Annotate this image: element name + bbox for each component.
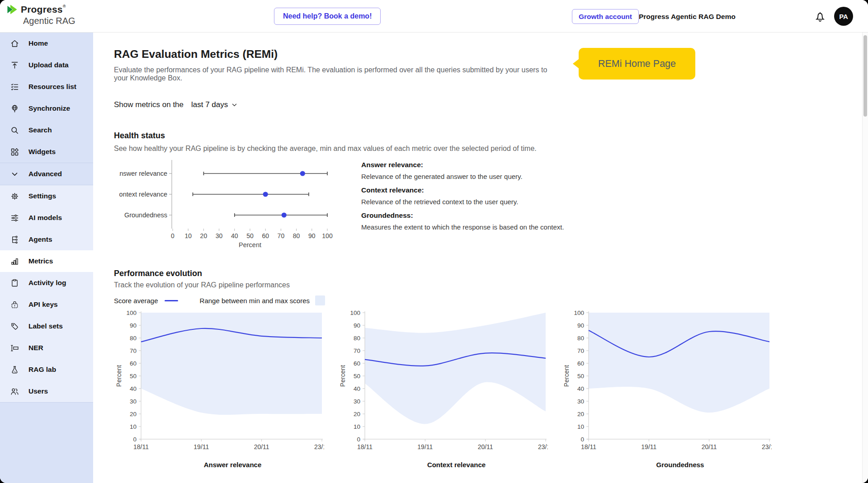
- svg-text:23/11: 23/11: [762, 443, 772, 450]
- chevron-down-icon: [231, 102, 238, 108]
- health-status-chart: Answer relevanceContext relevanceGrounde…: [119, 156, 336, 255]
- health-status-description: See how healthy your RAG pipeline is by …: [114, 145, 868, 153]
- svg-text:30: 30: [354, 398, 360, 405]
- sidebar-item-label: Upload data: [28, 61, 69, 69]
- svg-text:80: 80: [293, 232, 300, 239]
- sidebar-item-synchronize[interactable]: Synchronize: [0, 98, 93, 119]
- svg-text:10: 10: [130, 423, 137, 430]
- upload-icon: [10, 61, 19, 70]
- legend-line-swatch: [165, 300, 178, 301]
- chevron-down-icon: [10, 169, 19, 179]
- svg-text:100: 100: [322, 232, 333, 239]
- progress-logo: Progress® Agentic RAG: [6, 4, 75, 26]
- sidebar-filler: [0, 402, 93, 483]
- synchronize-icon: [10, 104, 19, 113]
- sidebar-item-advanced[interactable]: Advanced: [0, 163, 93, 185]
- svg-text:0: 0: [133, 436, 137, 443]
- scrollbar-thumb[interactable]: [863, 35, 867, 117]
- evolution-charts-row: 010203040506070809010018/1119/1120/1123/…: [114, 308, 868, 469]
- svg-text:90: 90: [130, 322, 137, 329]
- sidebar-item-home[interactable]: Home: [0, 33, 93, 54]
- registered-mark: ®: [63, 4, 66, 9]
- svg-text:18/11: 18/11: [357, 443, 373, 450]
- sidebar-item-ai-models[interactable]: AI models: [0, 207, 93, 229]
- sidebar-item-rag-lab[interactable]: RAG lab: [0, 359, 93, 380]
- sidebar-item-label-sets[interactable]: Label sets: [0, 315, 93, 337]
- sidebar-item-resources-list[interactable]: Resources list: [0, 76, 93, 98]
- sidebar-item-ner[interactable]: NER: [0, 337, 93, 359]
- ai-models-icon: [10, 213, 19, 223]
- period-value: last 7 days: [191, 100, 228, 109]
- legend-line-label: Score average: [114, 297, 158, 305]
- svg-text:60: 60: [577, 360, 584, 367]
- definition-context-relevance: Context relevance: Relevance of the retr…: [361, 186, 564, 206]
- svg-text:18/11: 18/11: [133, 443, 149, 450]
- svg-text:40: 40: [577, 385, 584, 392]
- home-icon: [10, 39, 19, 48]
- sidebar-item-metrics[interactable]: Metrics: [0, 250, 93, 272]
- svg-text:23/11: 23/11: [314, 443, 324, 450]
- sidebar-item-label: Settings: [28, 192, 56, 200]
- legend-band-swatch: [315, 295, 325, 305]
- notifications-bell-icon[interactable]: [813, 9, 827, 23]
- health-status-title: Health status: [114, 131, 868, 141]
- sidebar-item-label: Metrics: [28, 257, 53, 265]
- svg-text:40: 40: [130, 385, 137, 392]
- sidebar-item-activity-log[interactable]: Activity log: [0, 272, 93, 294]
- sidebar-item-label: Synchronize: [28, 104, 70, 113]
- svg-text:50: 50: [246, 232, 254, 239]
- svg-text:70: 70: [278, 232, 285, 239]
- remi-home-page-label: REMi Home Page: [598, 58, 676, 70]
- svg-text:70: 70: [130, 347, 137, 354]
- definition-term: Answer relevance:: [361, 161, 564, 169]
- account-name: Progress Agentic RAG Demo: [639, 13, 736, 21]
- svg-text:Percent: Percent: [239, 241, 261, 249]
- sidebar-item-upload-data[interactable]: Upload data: [0, 54, 93, 76]
- agents-icon: [10, 235, 19, 244]
- sidebar-item-label: Advanced: [28, 170, 62, 178]
- metric-definitions: Answer relevance: Relevance of the gener…: [361, 161, 564, 237]
- widgets-icon: [10, 147, 19, 157]
- progress-logo-icon: [6, 4, 18, 15]
- svg-text:10: 10: [354, 423, 360, 430]
- answer-relevance-chart: 010203040506070809010018/1119/1120/1123/…: [114, 308, 324, 455]
- svg-text:70: 70: [354, 347, 360, 354]
- book-demo-button[interactable]: Need help? Book a demo!: [274, 8, 381, 25]
- page-title: RAG Evaluation Metrics (REMi): [114, 48, 868, 61]
- user-avatar[interactable]: PA: [834, 7, 853, 26]
- svg-text:Percent: Percent: [339, 365, 346, 387]
- svg-text:80: 80: [130, 335, 137, 342]
- sidebar-item-api-keys[interactable]: API keys: [0, 294, 93, 315]
- growth-account-button[interactable]: Growth account: [572, 9, 639, 24]
- svg-text:60: 60: [262, 232, 269, 239]
- svg-text:100: 100: [350, 309, 360, 316]
- svg-text:Percent: Percent: [563, 365, 570, 387]
- svg-text:Percent: Percent: [115, 365, 123, 387]
- sidebar-item-label: Activity log: [28, 279, 66, 287]
- svg-text:10: 10: [577, 423, 584, 430]
- svg-text:20/11: 20/11: [478, 443, 493, 450]
- svg-text:20/11: 20/11: [702, 443, 717, 450]
- sidebar-item-agents[interactable]: Agents: [0, 229, 93, 250]
- rag-lab-flask-icon: [10, 365, 19, 375]
- sidebar-item-users[interactable]: Users: [0, 380, 93, 402]
- sidebar-item-settings[interactable]: Settings: [0, 185, 93, 207]
- period-dropdown[interactable]: last 7 days: [191, 100, 238, 109]
- sidebar-item-label: NER: [28, 344, 43, 352]
- logo-title: Progress®: [21, 4, 66, 15]
- top-header: Progress® Agentic RAG Need help? Book a …: [0, 0, 868, 33]
- label-sets-icon: [10, 322, 19, 331]
- svg-text:19/11: 19/11: [641, 443, 656, 450]
- svg-text:100: 100: [126, 309, 137, 316]
- sidebar: Home Upload data Resources list Synchron…: [0, 33, 93, 483]
- context-relevance-chart: 010203040506070809010018/1119/1120/1123/…: [338, 308, 548, 455]
- sidebar-item-label: AI models: [28, 214, 62, 222]
- sidebar-item-widgets[interactable]: Widgets: [0, 141, 93, 163]
- answer-relevance-chart-block: 010203040506070809010018/1119/1120/1123/…: [114, 308, 324, 469]
- svg-text:20: 20: [354, 411, 360, 417]
- definition-text: Measures the extent to which the respons…: [361, 223, 564, 231]
- sidebar-item-search[interactable]: Search: [0, 119, 93, 141]
- remi-home-page-button[interactable]: REMi Home Page: [579, 48, 695, 80]
- svg-text:0: 0: [171, 232, 175, 239]
- svg-text:90: 90: [577, 322, 584, 329]
